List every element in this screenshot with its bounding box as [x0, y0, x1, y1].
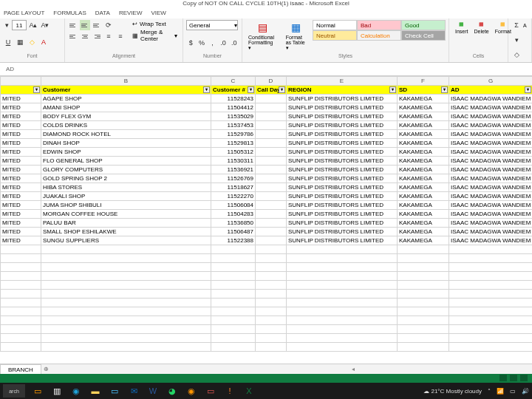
app2-icon[interactable]: !: [223, 384, 236, 398]
table-row[interactable]: MITEDJUAKALI SHOP11522270SUNFLIP DISTRIB…: [1, 192, 533, 201]
filter-icon[interactable]: ▾: [389, 86, 396, 93]
app-icon[interactable]: ▭: [204, 384, 217, 398]
style-calculation[interactable]: Calculation: [357, 30, 401, 41]
folder-icon[interactable]: ▬: [89, 384, 102, 398]
table-row[interactable]: MITEDDINAH SHOP11529813SUNFLIP DISTRIBUT…: [1, 139, 533, 148]
add-sheet-button[interactable]: ⊕: [41, 366, 52, 372]
table-row[interactable]: MITEDSMALL SHOP ESHILAKWE11506487SUNFLIP…: [1, 228, 533, 236]
comma-icon[interactable]: ,: [208, 38, 217, 48]
weather-widget[interactable]: ☁ 21°C Mostly cloudy: [423, 388, 482, 395]
filter-icon[interactable]: ▾: [203, 86, 210, 93]
align-center-icon[interactable]: [80, 31, 90, 41]
format-as-table-button[interactable]: ▦Format as Table ▾: [283, 20, 310, 53]
tray-up-icon[interactable]: ˄: [488, 388, 491, 395]
table-row[interactable]: MITEDHIBA STORES11518627SUNFLIP DISTRIBU…: [1, 183, 533, 192]
align-top-icon[interactable]: [68, 20, 78, 30]
filter-icon[interactable]: ▾: [33, 86, 40, 93]
table-row[interactable]: [1, 334, 533, 343]
table-row[interactable]: MITEDCOLDS DRINKS11537453SUNFLIP DISTRIB…: [1, 121, 533, 130]
table-row[interactable]: [1, 343, 533, 352]
number-format-dropdown[interactable]: General▾: [186, 20, 238, 30]
view-page-icon[interactable]: [510, 375, 517, 381]
task-view-icon[interactable]: ▥: [50, 384, 64, 398]
table-row[interactable]: MITEDSUNGU SUPPLIERS11522388SUNFLIP DIST…: [1, 236, 533, 245]
increase-decimal-icon[interactable]: .0: [219, 38, 228, 48]
border-button[interactable]: ▦: [15, 37, 25, 47]
firefox-icon[interactable]: ◉: [185, 384, 198, 398]
filter-icon[interactable]: ▾: [525, 86, 531, 93]
view-normal-icon[interactable]: [499, 375, 507, 381]
search-box[interactable]: arch: [3, 384, 25, 398]
table-row[interactable]: [1, 272, 533, 281]
shrink-font-icon[interactable]: A▾: [40, 20, 50, 30]
align-bottom-icon[interactable]: [92, 20, 102, 30]
worksheet[interactable]: BCDEFG ▾ Customer▾ Customer #▾ Call Day▾…: [0, 76, 532, 352]
filter-icon[interactable]: ▾: [279, 86, 285, 93]
table-row[interactable]: MITEDPALUU BAR11536850SUNFLIP DISTRIBUTO…: [1, 219, 533, 228]
mail-icon[interactable]: ✉: [127, 384, 140, 398]
table-row[interactable]: MITEDBODY FLEX GYM11535029SUNFLIP DISTRI…: [1, 112, 533, 121]
underline-button[interactable]: U: [3, 37, 13, 47]
column-headers[interactable]: BCDEFG: [1, 77, 533, 86]
insert-button[interactable]: ▦Insert: [452, 20, 471, 53]
autosum-icon[interactable]: Σ: [511, 20, 522, 30]
table-row[interactable]: [1, 254, 533, 263]
percent-icon[interactable]: %: [197, 38, 207, 48]
name-box[interactable]: AD: [0, 63, 532, 76]
currency-icon[interactable]: $: [186, 38, 196, 48]
tab-view[interactable]: VIEW: [151, 10, 166, 16]
table-row[interactable]: [1, 325, 533, 334]
wrap-text-button[interactable]: ↩Wrap Text: [130, 20, 180, 28]
table-row[interactable]: MITEDGOLD SPRING SHOP 211526769SUNFLIP D…: [1, 174, 533, 183]
style-normal[interactable]: Normal: [313, 20, 357, 30]
table-row[interactable]: [1, 307, 533, 316]
filter-icon[interactable]: ▾: [441, 86, 448, 93]
decrease-decimal-icon[interactable]: .0: [229, 38, 239, 48]
file-explorer-icon[interactable]: ▭: [31, 384, 44, 398]
style-bad[interactable]: Bad: [357, 20, 401, 30]
header-row[interactable]: ▾ Customer▾ Customer #▾ Call Day▾ REGION…: [1, 86, 533, 95]
align-middle-icon[interactable]: [80, 20, 90, 30]
scroll-arrow-icon[interactable]: ◂: [352, 366, 355, 372]
view-break-icon[interactable]: [520, 375, 528, 381]
delete-button[interactable]: ▦Delete: [471, 20, 492, 53]
sheet-tab-branch[interactable]: BRANCH: [0, 364, 41, 374]
volume-icon[interactable]: 🔊: [522, 388, 529, 395]
table-row[interactable]: [1, 263, 533, 272]
style-good[interactable]: Good: [401, 20, 446, 30]
table-row[interactable]: [1, 245, 533, 254]
grow-font-icon[interactable]: A▴: [28, 20, 38, 30]
battery-icon[interactable]: ▭: [510, 388, 516, 395]
orientation-icon[interactable]: ⟳: [103, 20, 114, 30]
tab-formulas[interactable]: FORMULAS: [53, 10, 86, 16]
tab-data[interactable]: DATA: [95, 10, 110, 16]
merge-center-button[interactable]: ▦Merge & Center ▾: [130, 28, 180, 43]
table-row[interactable]: MITEDJUMA SHOP SHIBULI11506084SUNFLIP DI…: [1, 201, 533, 210]
table-row[interactable]: MITEDEDWIN SHOP11505312SUNFLIP DISTRIBUT…: [1, 148, 533, 157]
table-row[interactable]: MITEDAMANI SHOP11504412SUNFLIP DISTRIBUT…: [1, 103, 533, 112]
table-row[interactable]: [1, 281, 533, 290]
store-icon[interactable]: ▭: [108, 384, 121, 398]
filter-icon[interactable]: ▾: [248, 86, 254, 93]
wifi-icon[interactable]: 📶: [497, 388, 504, 395]
table-row[interactable]: [1, 290, 533, 299]
indent-left-icon[interactable]: ≡: [103, 31, 114, 41]
table-row[interactable]: MITEDAGAPE SHOP11528243SUNFLIP DISTRIBUT…: [1, 95, 533, 103]
table-row[interactable]: MITEDFLO GENERAL SHOP11530311SUNFLIP DIS…: [1, 157, 533, 166]
table-row[interactable]: [1, 316, 533, 325]
style-neutral[interactable]: Neutral: [313, 30, 357, 41]
edge-icon[interactable]: ◉: [69, 384, 83, 398]
table-row[interactable]: MITEDMORGAN COFFEE HOUSE11504283SUNFLIP …: [1, 210, 533, 219]
align-right-icon[interactable]: [92, 31, 102, 41]
style-check-cell[interactable]: Check Cell: [401, 30, 446, 41]
fill-icon[interactable]: ▾: [511, 35, 522, 45]
conditional-formatting-button[interactable]: ▤Conditional Formatting ▾: [245, 20, 280, 53]
table-row[interactable]: MITEDDIAMOND ROCK HOTEL11529786SUNFLIP D…: [1, 130, 533, 139]
font-color-button[interactable]: A: [38, 37, 49, 47]
tab-page-layout[interactable]: PAGE LAYOUT: [4, 10, 44, 16]
indent-right-icon[interactable]: ≡: [115, 31, 126, 41]
font-size-input[interactable]: [12, 20, 27, 30]
table-row[interactable]: MITEDGLORY COMPUTERS11536921SUNFLIP DIST…: [1, 166, 533, 174]
align-left-icon[interactable]: [68, 31, 78, 41]
clear-icon[interactable]: ◇: [511, 50, 522, 60]
